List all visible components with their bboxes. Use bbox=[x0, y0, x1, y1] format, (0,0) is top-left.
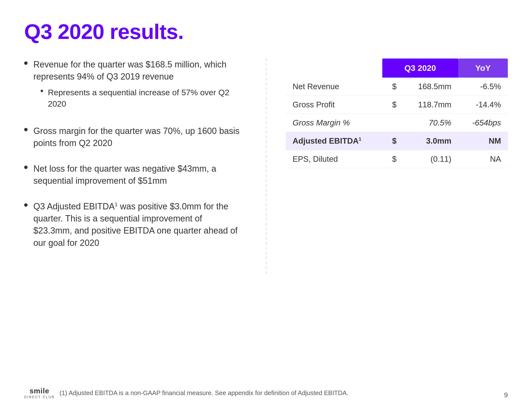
bullet-text: Gross margin for the quarter was 70%, up… bbox=[33, 125, 242, 149]
table-row: EPS, Diluted $ (0.11) NA bbox=[286, 150, 508, 168]
row-yoy: -654bps bbox=[458, 114, 508, 132]
bullet-text-2: Gross margin for the quarter was 70%, up… bbox=[33, 126, 239, 148]
th-q3-2020: Q3 2020 bbox=[382, 58, 458, 78]
row-currency: $ bbox=[382, 96, 403, 114]
bullet-list: Revenue for the quarter was $168.5 milli… bbox=[24, 58, 242, 249]
table-row: Net Revenue $ 168.5mm -6.5% bbox=[286, 78, 508, 96]
row-label: Gross Profit bbox=[286, 96, 382, 114]
row-yoy: -14.4% bbox=[458, 96, 508, 114]
row-value: (0.11) bbox=[403, 150, 458, 168]
row-yoy: NA bbox=[458, 150, 508, 168]
bullet-dot bbox=[24, 61, 28, 65]
bullet-dot bbox=[24, 128, 28, 131]
bullet-dot bbox=[24, 203, 28, 207]
bullet-text: Revenue for the quarter was $168.5 milli… bbox=[33, 58, 242, 112]
table-row-highlighted: Adjusted EBITDA1 $ 3.0mm NM bbox=[286, 132, 508, 150]
left-panel: Revenue for the quarter was $168.5 milli… bbox=[24, 58, 256, 276]
row-currency: $ bbox=[382, 132, 403, 150]
footer-logo: smile DIRECT CLUB bbox=[24, 387, 55, 399]
row-value: 70.5% bbox=[403, 114, 458, 132]
table-row: Gross Profit $ 118.7mm -14.4% bbox=[286, 96, 508, 114]
sub-bullet-text: Represents a sequential increase of 57% … bbox=[48, 87, 242, 110]
logo-sub-text: DIRECT CLUB bbox=[24, 395, 55, 399]
row-currency: $ bbox=[382, 150, 403, 168]
bullet-text: Q3 Adjusted EBITDA1 was positive $3.0mm … bbox=[33, 200, 242, 249]
page-number: 9 bbox=[504, 391, 508, 399]
sub-list: Represents a sequential increase of 57% … bbox=[33, 87, 242, 110]
row-label: EPS, Diluted bbox=[286, 150, 382, 168]
table-row-italic: Gross Margin % 70.5% -654bps bbox=[286, 114, 508, 132]
list-item: Revenue for the quarter was $168.5 milli… bbox=[24, 58, 242, 112]
page-title: Q3 2020 results. bbox=[24, 19, 508, 44]
list-item: Net loss for the quarter was negative $4… bbox=[24, 163, 242, 187]
row-currency bbox=[382, 114, 403, 132]
bullet-text: Net loss for the quarter was negative $4… bbox=[33, 163, 242, 187]
th-empty bbox=[286, 58, 382, 78]
row-yoy: NM bbox=[458, 132, 508, 150]
list-item: Gross margin for the quarter was 70%, up… bbox=[24, 125, 242, 149]
th-yoy: YoY bbox=[458, 58, 508, 78]
footer: smile DIRECT CLUB (1) Adjusted EBITDA is… bbox=[24, 387, 508, 399]
row-label: Net Revenue bbox=[286, 78, 382, 96]
page-container: Q3 2020 results. Revenue for the quarter… bbox=[0, 0, 532, 411]
row-currency: $ bbox=[382, 78, 403, 96]
financial-table: Q3 2020 YoY Net Revenue $ 168.5mm -6.5% … bbox=[286, 58, 508, 168]
row-value: 168.5mm bbox=[403, 78, 458, 96]
footer-footnote: (1) Adjusted EBITDA is a non-GAAP financ… bbox=[59, 389, 508, 397]
section-divider bbox=[266, 58, 266, 276]
bullet-text-1: Revenue for the quarter was $168.5 milli… bbox=[33, 59, 226, 82]
sub-bullet-dot bbox=[41, 90, 43, 92]
row-yoy: -6.5% bbox=[458, 78, 508, 96]
bullet-dot bbox=[24, 166, 28, 169]
right-panel: Q3 2020 YoY Net Revenue $ 168.5mm -6.5% … bbox=[276, 58, 508, 276]
list-item: Q3 Adjusted EBITDA1 was positive $3.0mm … bbox=[24, 200, 242, 249]
row-value: 118.7mm bbox=[403, 96, 458, 114]
sub-list-item: Represents a sequential increase of 57% … bbox=[33, 87, 242, 110]
bullet-text-3: Net loss for the quarter was negative $4… bbox=[33, 164, 216, 186]
bullet-text-4: Q3 Adjusted EBITDA1 was positive $3.0mm … bbox=[33, 201, 238, 248]
row-label: Gross Margin % bbox=[286, 114, 382, 132]
logo-smile-text: smile bbox=[29, 387, 49, 395]
row-label: Adjusted EBITDA1 bbox=[286, 132, 382, 150]
content-area: Revenue for the quarter was $168.5 milli… bbox=[24, 58, 508, 276]
row-value: 3.0mm bbox=[403, 132, 458, 150]
